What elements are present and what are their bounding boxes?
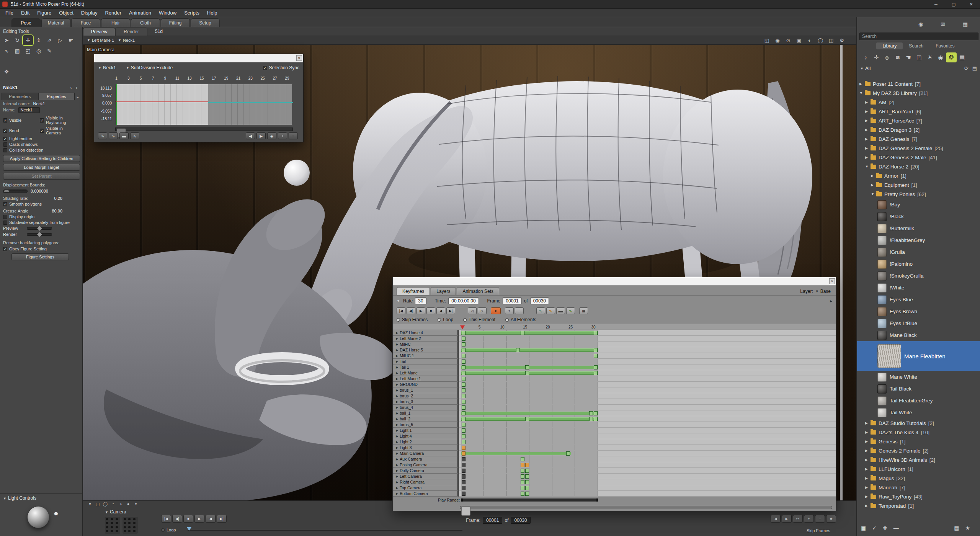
track-keyframe-area[interactable] [459,462,836,468]
keyframe-cell[interactable] [521,480,524,484]
track-name[interactable]: ▶Light 1 [393,428,459,433]
record-keyframes-icon[interactable]: ● [491,307,501,314]
library-item-fleabittengrey[interactable]: !FleabittenGrey [857,234,980,246]
box-style-icon[interactable]: ▢ [94,502,101,507]
track-name[interactable]: ▶torus_4 [393,405,459,410]
set-parent-button[interactable]: Set Parent [3,173,80,180]
view-tab-preview[interactable]: Preview [83,28,115,36]
library-folder-art-barnyard[interactable]: ▶ART_BarnYard[6] [857,107,980,116]
apply-collision-setting-to-children-button[interactable]: Apply Collision Setting to Children [3,155,80,162]
figures-icon[interactable]: ♀ [860,52,871,62]
menu-object[interactable]: Object [55,9,77,17]
view-magnifier-icon[interactable]: ◎ [34,46,44,56]
props-icon[interactable]: ◳ [914,52,924,62]
library-item-mane-fleabitten[interactable]: Mane Fleabitten [857,341,980,371]
track-keyframe-area[interactable] [459,330,836,336]
skip-frames-label[interactable]: Skip Frames [807,528,830,533]
expander-icon[interactable]: ▶ [865,467,870,471]
palette-tab-keyframes[interactable]: Keyframes [397,287,430,295]
keyframe-cell[interactable] [462,388,466,392]
track-name[interactable]: ▶MilHC [393,342,459,347]
add-keyframe-icon[interactable]: + [505,307,514,314]
camera-dot-icon[interactable] [124,530,126,532]
keyframe-cell[interactable] [594,331,598,335]
loop-options-icon[interactable]: ◈ [267,132,276,139]
camera-dot-icon[interactable] [133,526,136,528]
translate-inout-tool-icon[interactable]: ⇕ [34,35,44,45]
track-name[interactable]: ▶Light 4 [393,433,459,439]
palette-tab-layers[interactable]: Layers [431,287,456,295]
menu-edit[interactable]: Edit [17,9,33,17]
track-keyframe-area[interactable] [459,342,836,347]
keyframe-cell-hot[interactable] [462,451,466,456]
expander-icon[interactable]: ▶ [871,183,875,187]
checkbox-display-origin[interactable]: Display origin [3,214,34,219]
track-name[interactable]: ▶torus_2 [393,393,459,399]
track-keyframe-area[interactable] [459,439,836,445]
close-button[interactable]: ✕ [962,0,980,8]
expander-icon[interactable]: ▶ [396,366,398,369]
play-range-slider[interactable] [461,498,598,502]
expander-icon[interactable]: ▶ [396,463,398,467]
spline-section-icon[interactable]: ∿ [98,132,107,139]
expander-icon[interactable]: ▶ [396,343,398,346]
track-keyframe-area[interactable] [459,399,836,405]
camera-dot-icon[interactable] [106,530,108,532]
value-curve-teal[interactable] [208,102,293,103]
checkbox-visible[interactable]: Visible [3,116,40,125]
track-keyframe-area[interactable] [459,445,836,451]
list-view-icon[interactable]: ▤ [972,65,977,71]
keyframe-cell[interactable] [462,405,466,410]
keyframe-cell[interactable] [462,342,466,346]
keyframe-cell[interactable] [594,411,598,415]
play-icon[interactable]: ▶ [194,515,204,523]
camera-dot-icon[interactable] [111,526,113,528]
expander-icon[interactable]: ▶ [396,435,398,438]
expander-icon[interactable]: ▶ [859,82,864,86]
camera-dropdown[interactable]: ▼Camera [105,509,126,515]
break-spline-icon[interactable]: ∿ [130,132,139,139]
expander-icon[interactable]: ▶ [865,458,870,462]
camera-dot-icon[interactable] [124,518,126,520]
track-name[interactable]: ▶Tail 1 [393,364,459,370]
select-tool-icon[interactable]: ➤ [2,35,11,45]
keyframe-cell[interactable] [462,365,466,369]
camera-dot-icon[interactable] [111,518,113,520]
keyframe-cell[interactable] [521,469,524,473]
camera-dot-icon[interactable] [128,526,131,528]
smooth-shaded-style-icon[interactable]: ● [124,502,132,507]
keyframe-cell[interactable] [594,417,598,421]
keyframe-cell[interactable] [525,480,529,484]
expander-icon[interactable]: ▶ [396,337,398,340]
library-folder-genesis[interactable]: ▶Genesis[1] [857,437,980,446]
expander-icon[interactable]: ▶ [865,504,870,508]
taper-tool-icon[interactable]: ▷ [55,35,65,45]
library-folder-art-horseacc[interactable]: ▶ART_HorseAcc[7] [857,116,980,125]
keyframe-cell[interactable] [462,382,466,387]
library-folder-raw-toypony[interactable]: ▶Raw_ToyPony[43] [857,492,980,501]
first-frame-icon[interactable]: |◀ [397,307,405,314]
expander-icon[interactable]: ▼ [865,165,870,168]
camera-dot-icon[interactable] [106,518,108,520]
constant-section-icon[interactable]: ▬ [119,132,129,139]
timeline-scrollbar[interactable] [460,506,832,509]
menu-render[interactable]: Render [101,9,125,17]
palette-scroll-right-icon[interactable]: ▸ [830,298,832,304]
loop-toggle[interactable]: Loop [161,528,176,532]
figure-settings-button[interactable]: Figure Settings [11,253,69,260]
palette-titlebar[interactable]: ✕ [393,277,836,286]
track-name[interactable]: ▶torus_5 [393,422,459,428]
camera-dots-icon[interactable]: ◉ [772,38,783,43]
orbit-icon[interactable]: ◱ [761,38,772,43]
tab-hair[interactable]: Hair [101,18,130,27]
translate-tool-icon[interactable]: ✛ [23,35,33,45]
display-mode-icon[interactable]: ▣ [794,38,804,43]
prev-actor-icon[interactable]: ‹ [68,85,74,90]
panel-more-icon[interactable]: ▸ [75,95,81,100]
keyframe-cell[interactable] [462,354,466,358]
expander-icon[interactable]: ▶ [396,412,398,415]
tab-parameters[interactable]: Parameters [2,93,38,100]
palette-close-icon[interactable]: ✕ [829,278,835,284]
collapse-icon[interactable]: ▼ [3,497,7,500]
expander-icon[interactable]: ▶ [396,417,398,421]
